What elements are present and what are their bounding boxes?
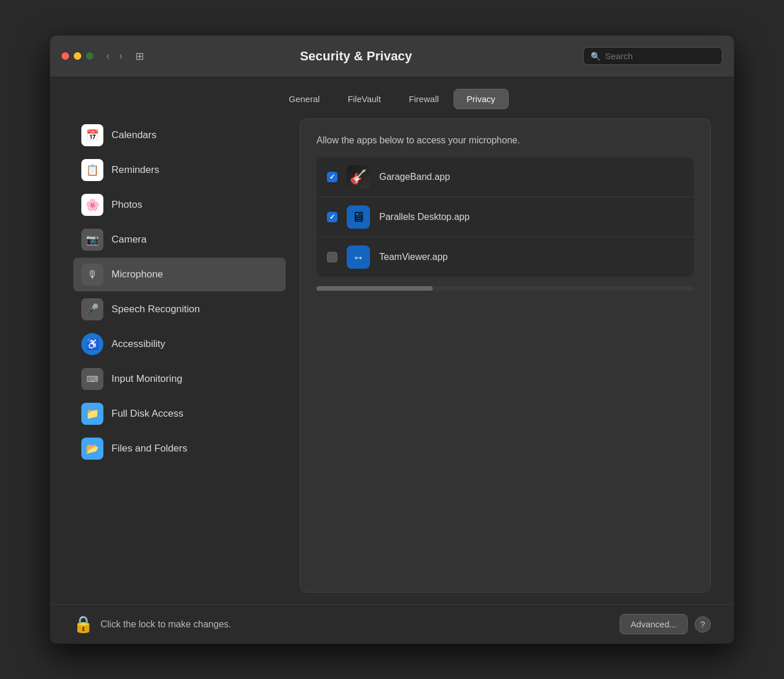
forward-button[interactable]: › [116, 48, 126, 64]
tab-filevault[interactable]: FileVault [335, 89, 394, 109]
search-icon: 🔍 [591, 52, 600, 61]
tabs-container: General FileVault Firewall Privacy [50, 77, 734, 118]
sidebar-label-photos: Photos [112, 199, 142, 211]
sidebar-item-speech-recognition[interactable]: 🎤 Speech Recognition [73, 292, 286, 326]
window-title: Security & Privacy [152, 49, 560, 64]
input-monitoring-icon: ⌨ [81, 368, 103, 390]
panel-description: Allow the apps below to access your micr… [317, 135, 694, 146]
app-item-teamviewer: ↔ TeamViewer.app [317, 237, 694, 277]
sidebar-item-microphone[interactable]: 🎙 Microphone [73, 258, 286, 291]
close-button[interactable] [62, 52, 69, 60]
sidebar-label-calendars: Calendars [112, 129, 157, 141]
advanced-button[interactable]: Advanced... [620, 614, 688, 634]
sidebar-item-photos[interactable]: 🌸 Photos [73, 188, 286, 222]
scrollbar-track [317, 286, 694, 291]
sidebar-item-full-disk-access[interactable]: 📁 Full Disk Access [73, 397, 286, 431]
apps-list: 🎸 GarageBand.app 🖥 Parallels Desktop.app… [317, 157, 694, 277]
camera-icon: 📷 [81, 229, 103, 251]
full-disk-icon: 📁 [81, 403, 103, 425]
garageband-checkbox[interactable] [327, 172, 337, 182]
sidebar: 📅 Calendars 📋 Reminders 🌸 Photos 📷 Camer… [73, 118, 288, 593]
sidebar-label-microphone: Microphone [112, 269, 163, 280]
tab-firewall[interactable]: Firewall [395, 89, 452, 109]
parallels-name: Parallels Desktop.app [379, 212, 470, 222]
microphone-icon: 🎙 [81, 263, 103, 286]
garageband-name: GarageBand.app [379, 172, 450, 182]
search-input[interactable] [605, 51, 715, 61]
sidebar-label-files: Files and Folders [112, 443, 187, 454]
parallels-icon: 🖥 [347, 205, 370, 229]
teamviewer-checkbox[interactable] [327, 252, 337, 262]
right-panel: Allow the apps below to access your micr… [300, 118, 711, 593]
sidebar-item-accessibility[interactable]: ♿ Accessibility [73, 327, 286, 361]
traffic-lights [62, 52, 93, 60]
bottom-bar: 🔒 Click the lock to make changes. Advanc… [50, 604, 734, 644]
sidebar-item-camera[interactable]: 📷 Camera [73, 223, 286, 257]
photos-icon: 🌸 [81, 194, 103, 216]
search-box: 🔍 [583, 47, 722, 65]
sidebar-label-speech: Speech Recognition [112, 304, 200, 315]
sidebar-item-reminders[interactable]: 📋 Reminders [73, 153, 286, 187]
app-item-parallels: 🖥 Parallels Desktop.app [317, 197, 694, 237]
sidebar-label-reminders: Reminders [112, 164, 159, 176]
tab-privacy[interactable]: Privacy [454, 89, 509, 109]
content-area: 📅 Calendars 📋 Reminders 🌸 Photos 📷 Camer… [50, 118, 734, 604]
sidebar-item-files-and-folders[interactable]: 📂 Files and Folders [73, 432, 286, 465]
teamviewer-icon: ↔ [347, 245, 370, 269]
sidebar-label-camera: Camera [112, 234, 146, 245]
help-button[interactable]: ? [695, 616, 711, 633]
speech-icon: 🎤 [81, 298, 103, 320]
lock-icon[interactable]: 🔒 [73, 615, 93, 634]
back-button[interactable]: ‹ [103, 48, 113, 64]
sidebar-label-accessibility: Accessibility [112, 338, 166, 350]
tab-general[interactable]: General [275, 89, 333, 109]
grid-icon[interactable]: ⊞ [135, 50, 144, 63]
sidebar-label-input-monitoring: Input Monitoring [112, 373, 182, 385]
parallels-checkbox[interactable] [327, 212, 337, 222]
garageband-icon: 🎸 [347, 165, 370, 189]
reminders-icon: 📋 [81, 159, 103, 181]
sidebar-label-full-disk: Full Disk Access [112, 408, 184, 420]
teamviewer-name: TeamViewer.app [379, 252, 448, 262]
minimize-button[interactable] [74, 52, 81, 60]
sidebar-item-calendars[interactable]: 📅 Calendars [73, 118, 286, 152]
scrollbar-thumb[interactable] [317, 286, 433, 291]
nav-buttons: ‹ › [103, 48, 126, 64]
files-icon: 📂 [81, 438, 103, 460]
maximize-button[interactable] [86, 52, 93, 60]
accessibility-icon: ♿ [81, 333, 103, 355]
calendars-icon: 📅 [81, 124, 103, 146]
titlebar: ‹ › ⊞ Security & Privacy 🔍 [50, 35, 734, 77]
sidebar-item-input-monitoring[interactable]: ⌨ Input Monitoring [73, 362, 286, 396]
main-window: ‹ › ⊞ Security & Privacy 🔍 General FileV… [49, 35, 735, 644]
lock-text: Click the lock to make changes. [100, 619, 620, 630]
app-item-garageband: 🎸 GarageBand.app [317, 157, 694, 197]
